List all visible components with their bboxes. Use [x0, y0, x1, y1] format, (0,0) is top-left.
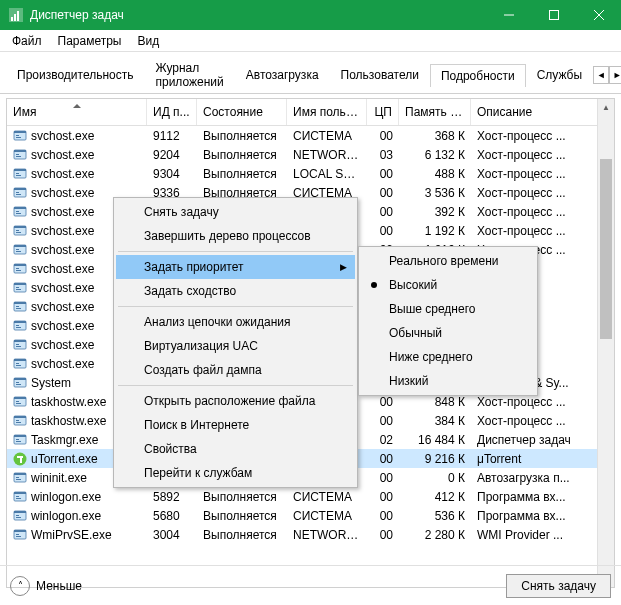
svg-rect-34 [16, 249, 19, 250]
svg-rect-42 [16, 287, 19, 288]
priority-menu-item[interactable]: Выше среднего [361, 297, 535, 321]
tabstrip: Производительность Журнал приложений Авт… [0, 52, 621, 94]
svg-rect-57 [14, 359, 26, 361]
cell-mem: 384 К [399, 414, 471, 428]
priority-menu-item[interactable]: Низкий [361, 369, 535, 393]
col-mem[interactable]: Память (ч... [399, 99, 471, 125]
priority-menu-item[interactable]: Высокий [361, 273, 535, 297]
cell-user: LOCAL SE... [287, 167, 367, 181]
scroll-up-icon[interactable]: ▲ [598, 99, 614, 116]
col-desc[interactable]: Описание [471, 99, 614, 125]
chevron-up-icon: ˄ [10, 576, 30, 596]
cell-mem: 392 К [399, 205, 471, 219]
svg-rect-69 [14, 416, 26, 418]
cell-desc: Хост-процесс ... [471, 129, 614, 143]
context-menu-item[interactable]: Виртуализация UAC [116, 334, 355, 358]
context-menu-item[interactable]: Снять задачу [116, 200, 355, 224]
context-menu-item[interactable]: Свойства [116, 437, 355, 461]
menu-view[interactable]: Вид [129, 32, 167, 50]
svg-rect-17 [14, 169, 26, 171]
tab-services[interactable]: Службы [526, 63, 593, 86]
process-icon [13, 186, 27, 200]
maximize-button[interactable] [531, 0, 576, 30]
col-cpu[interactable]: ЦП [367, 99, 399, 125]
tab-startup[interactable]: Автозагрузка [235, 63, 330, 86]
priority-menu-item[interactable]: Ниже среднего [361, 345, 535, 369]
svg-rect-29 [14, 226, 26, 228]
table-row[interactable]: svchost.exe9112ВыполняетсяСИСТЕМА00368 К… [7, 126, 614, 145]
cell-pid: 9304 [147, 167, 197, 181]
minimize-button[interactable] [486, 0, 531, 30]
context-menu-item[interactable]: Задать сходство [116, 279, 355, 303]
svg-rect-15 [16, 156, 21, 157]
cell-cpu: 00 [367, 129, 399, 143]
context-menu-item[interactable]: Создать файл дампа [116, 358, 355, 382]
cell-user: СИСТЕМА [287, 129, 367, 143]
cell-user: NETWORK... [287, 528, 367, 542]
context-menu-item[interactable]: Перейти к службам [116, 461, 355, 485]
menu-options[interactable]: Параметры [50, 32, 130, 50]
cell-mem: 0 К [399, 471, 471, 485]
vertical-scrollbar[interactable]: ▲ ▼ [597, 99, 614, 587]
priority-menu-item[interactable]: Реального времени [361, 249, 535, 273]
cell-mem: 488 К [399, 167, 471, 181]
close-button[interactable] [576, 0, 621, 30]
context-menu[interactable]: Снять задачуЗавершить дерево процессовЗа… [113, 197, 358, 488]
svg-rect-3 [17, 11, 19, 21]
cell-cpu: 00 [367, 205, 399, 219]
table-row[interactable]: svchost.exe9204ВыполняетсяNETWORK...036 … [7, 145, 614, 164]
cell-desc: Хост-процесс ... [471, 167, 614, 181]
table-row[interactable]: winlogon.exe5680ВыполняетсяСИСТЕМА00536 … [7, 506, 614, 525]
col-name[interactable]: Имя [7, 99, 147, 125]
col-user[interactable]: Имя польз... [287, 99, 367, 125]
cell-desc: WMI Provider ... [471, 528, 614, 542]
context-menu-item[interactable]: Открыть расположение файла [116, 389, 355, 413]
svg-rect-91 [16, 534, 19, 535]
context-menu-item[interactable]: Анализ цепочки ожидания [116, 310, 355, 334]
scroll-thumb[interactable] [600, 159, 612, 339]
window-title: Диспетчер задач [30, 8, 486, 22]
cell-cpu: 00 [367, 471, 399, 485]
cell-desc: Диспетчер задач [471, 433, 614, 447]
cell-cpu: 00 [367, 167, 399, 181]
radio-checked-icon [371, 282, 377, 288]
cell-desc: Программа вх... [471, 509, 614, 523]
table-header: Имя ИД п... Состояние Имя польз... ЦП Па… [7, 99, 614, 126]
cell-cpu: 00 [367, 186, 399, 200]
svg-rect-71 [16, 422, 21, 423]
cell-state: Выполняется [197, 509, 287, 523]
priority-submenu[interactable]: Реального времениВысокийВыше среднегоОбы… [358, 246, 538, 396]
table-row[interactable]: winlogon.exe5892ВыполняетсяСИСТЕМА00412 … [7, 487, 614, 506]
tab-performance[interactable]: Производительность [6, 63, 144, 86]
svg-rect-19 [16, 175, 21, 176]
context-menu-item[interactable]: Завершить дерево процессов [116, 224, 355, 248]
svg-rect-14 [16, 154, 19, 155]
menu-file[interactable]: Файл [4, 32, 50, 50]
svg-rect-38 [16, 268, 19, 269]
col-state[interactable]: Состояние [197, 99, 287, 125]
col-pid[interactable]: ИД п... [147, 99, 197, 125]
end-task-button[interactable]: Снять задачу [506, 574, 611, 598]
svg-rect-78 [14, 473, 26, 475]
table-row[interactable]: WmiPrvSE.exe3004ВыполняетсяNETWORK...002… [7, 525, 614, 544]
svg-rect-79 [16, 477, 19, 478]
context-menu-item[interactable]: Задать приоритет▶ [116, 255, 355, 279]
tab-scroll-left[interactable]: ◄ [593, 66, 609, 84]
cell-desc: Хост-процесс ... [471, 224, 614, 238]
process-icon [13, 471, 27, 485]
fewer-details-button[interactable]: ˄ Меньше [10, 576, 82, 596]
cell-state: Выполняется [197, 490, 287, 504]
table-row[interactable]: svchost.exe9304ВыполняетсяLOCAL SE...004… [7, 164, 614, 183]
cell-pid: 9112 [147, 129, 197, 143]
tab-scroll-right[interactable]: ► [609, 66, 621, 84]
cell-pid: 5892 [147, 490, 197, 504]
priority-menu-item[interactable]: Обычный [361, 321, 535, 345]
tab-app-history[interactable]: Журнал приложений [144, 56, 234, 93]
tab-users[interactable]: Пользователи [330, 63, 430, 86]
context-menu-item[interactable]: Поиск в Интернете [116, 413, 355, 437]
svg-rect-73 [14, 435, 26, 437]
tab-details[interactable]: Подробности [430, 64, 526, 87]
titlebar[interactable]: Диспетчер задач [0, 0, 621, 30]
cell-desc: Хост-процесс ... [471, 414, 614, 428]
cell-desc: Автозагрузка п... [471, 471, 614, 485]
